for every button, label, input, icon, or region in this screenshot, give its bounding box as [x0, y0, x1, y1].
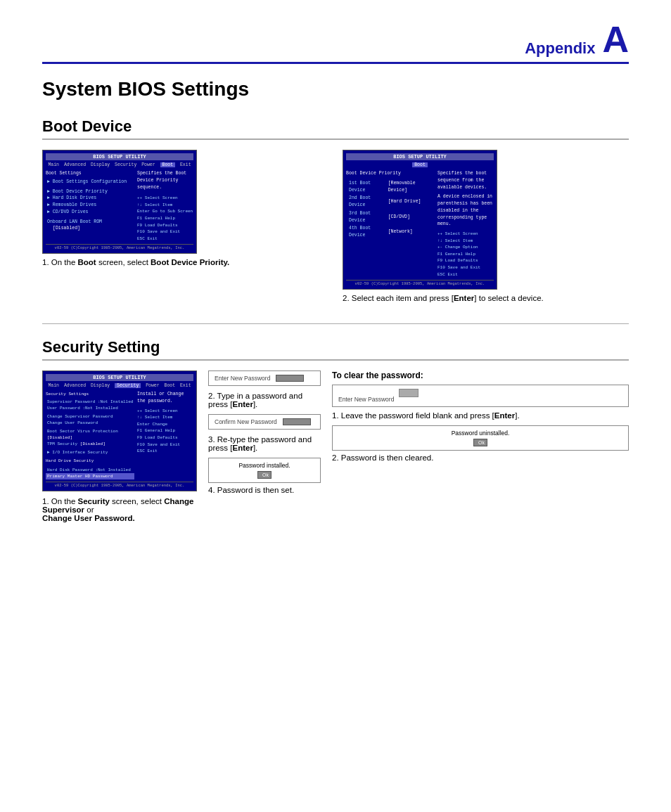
bios-screen-2: BIOS SETUP UTILITY Boot Boot Device Prio…	[343, 150, 497, 290]
bios-item-cddvd: CD/DVD Drives	[46, 209, 134, 216]
pwd-field-confirm[interactable]	[283, 418, 311, 425]
bios-keys-1: ++ Select Screen ↑↓ Select Item Enter Go…	[137, 195, 193, 242]
nav-sec-exit: Exit	[180, 383, 191, 388]
boot-row-2: 2nd Boot Device[Hard Drive]	[347, 195, 433, 209]
nav-sec-power: Power	[146, 383, 160, 388]
page-title: System BIOS Settings	[42, 78, 629, 101]
appendix-letter: A	[602, 21, 629, 58]
clear-step1-text: 1. Leave the password field blank and pr…	[332, 411, 629, 420]
caption-2: 2. Select each item and press [Enter] to…	[343, 294, 629, 302]
tpm-security: TPM Security [Disabled]	[46, 441, 134, 447]
bios-nav-security: Main Advanced Display Security Power Boo…	[46, 382, 193, 389]
bios-footer-security: v02-59 (C)Copyright 1985-2005, American …	[46, 482, 193, 488]
change-user: Change User Password	[46, 420, 134, 426]
clear-pwd-field[interactable]	[399, 389, 418, 397]
nav-boot-2-active: Boot	[412, 162, 428, 167]
boot-virus: Boot Sector Virus Protection [Disabled]	[46, 428, 134, 441]
step2-text: 2. Type in a password and press [Enter].	[208, 392, 321, 408]
page-container: Appendix A System BIOS Settings Boot Dev…	[0, 0, 671, 565]
primary-master: Primary Master HD Password	[46, 473, 134, 479]
nav-sec-security: Security	[115, 383, 141, 388]
security-title: Security Setting	[42, 338, 629, 361]
security-header: Security Settings	[46, 391, 134, 397]
bios-left-security: Security Settings Supervisor Password :N…	[46, 391, 134, 479]
bios-right-2: Specifies the boot sequence from the ava…	[437, 170, 494, 278]
nav-advanced: Advanced	[64, 162, 86, 167]
boot-device-title: Boot Device	[42, 117, 629, 140]
clear-title: To clear the password:	[332, 370, 629, 380]
bios-footer-1: v02-59 (C)Copyright 1985-2005, American …	[46, 244, 193, 250]
nav-sec-main: Main	[48, 383, 59, 388]
bios-keys-security: ++ Select Screen ↑↓ Select Item Enter Ch…	[137, 408, 193, 455]
boot-priority-table: 1st Boot Device[Removable Device] 2nd Bo…	[346, 179, 435, 240]
nav-sec-advanced: Advanced	[64, 383, 86, 388]
bios-item-boot-config: Boot Settings Configuration	[46, 179, 134, 186]
boot-row-4: 4th Boot Device[Network]	[347, 225, 433, 239]
bios-right-1: Specifies the Boot Device Priority seque…	[137, 170, 193, 242]
step4-text: 4. Password is then set.	[208, 486, 321, 494]
hdd-security-header: Hard Drive Security	[46, 458, 134, 464]
pwd-uninstalled-dialog: Password uninstalled. Ok	[332, 425, 629, 451]
bios-nav-2: Boot	[346, 162, 494, 168]
boot-screenshots-row: BIOS SETUP UTILITY Main Advanced Display…	[42, 150, 629, 302]
bios-title-security: BIOS SETUP UTILITY	[46, 374, 193, 381]
page-header: Appendix A	[42, 21, 629, 64]
user-pwd: User Password :Not Installed	[46, 405, 134, 411]
clear-pwd-label: Enter New Password	[338, 396, 394, 403]
security-bios-block: BIOS SETUP UTILITY Main Advanced Display…	[42, 370, 197, 522]
appendix-label: Appendix	[525, 39, 595, 58]
step3-text: 3. Re-type the password and press [Enter…	[208, 435, 321, 452]
bios-item-hdd: Hard Disk Drives	[46, 195, 134, 202]
bios-nav-1: Main Advanced Display Security Power Boo…	[46, 162, 193, 168]
bios-title-2: BIOS SETUP UTILITY	[346, 153, 494, 160]
io-interface: I/O Interface Security	[46, 449, 134, 456]
clear-step2-text: 2. Password is then cleared.	[332, 453, 629, 462]
bios-header-row-2: Boot Device Priority	[346, 170, 435, 177]
security-section: Security Setting BIOS SETUP UTILITY Main…	[42, 338, 629, 522]
nav-sec-display: Display	[91, 383, 110, 388]
bios-content-security: Security Settings Supervisor Password :N…	[46, 391, 193, 479]
nav-boot-active: Boot	[160, 162, 176, 167]
nav-main: Main	[48, 162, 59, 167]
nav-exit: Exit	[180, 162, 191, 167]
caption-1: 1. On the Boot screen, select Boot Devic…	[42, 258, 328, 266]
hdd-password: Hard Disk Password :Not Installed	[46, 467, 134, 473]
bios-item-lan: Onboard LAN Boot ROM [Disabled]	[46, 219, 134, 233]
bios-screen-1-block: BIOS SETUP UTILITY Main Advanced Display…	[42, 150, 328, 302]
change-supervisor: Change Supervisor Password	[46, 413, 134, 420]
bios-item-boot-priority: Boot Device Priority	[46, 188, 134, 195]
supervisor-pwd: Supervisor Password :Not Installed	[46, 399, 134, 405]
bios-header-row-1: Boot Settings	[46, 170, 134, 177]
confirm-pwd-label: Confirm New Password	[215, 418, 277, 425]
nav-sec-boot: Boot	[165, 383, 176, 388]
ok-button[interactable]: Ok	[257, 471, 271, 479]
nav-security: Security	[115, 162, 136, 167]
boot-row-1: 1st Boot Device[Removable Device]	[347, 180, 433, 194]
bios-title-1: BIOS SETUP UTILITY	[46, 153, 193, 160]
bios-left-2: Boot Device Priority 1st Boot Device[Rem…	[346, 170, 435, 278]
bios-right-security: Install or Change the password. ++ Selec…	[137, 391, 193, 479]
bios-item-removable: Removable Drives	[46, 202, 134, 209]
pwd-uninstalled-text: Password uninstalled.	[338, 430, 622, 437]
enter-pwd-dialog: Enter New Password	[208, 370, 321, 386]
confirm-pwd-dialog: Confirm New Password	[208, 414, 321, 430]
enter-pwd-label: Enter New Password	[215, 375, 270, 382]
bios-left-1: Boot Settings Boot Settings Configuratio…	[46, 170, 134, 242]
pwd-installed-dialog: Password installed. Ok	[208, 458, 321, 483]
bios-keys-2: ++ Select Screen ↑↓ Select Item +- Chang…	[437, 231, 494, 278]
pwd-installed-text: Password installed.	[215, 462, 314, 469]
nav-power: Power	[141, 162, 155, 167]
security-right-block: To clear the password: Enter New Passwor…	[332, 370, 629, 468]
bios-screen-1: BIOS SETUP UTILITY Main Advanced Display…	[42, 150, 197, 254]
section-divider	[42, 323, 629, 324]
security-caption: 1. On the Security screen, select Change…	[42, 497, 197, 522]
boot-device-section: Boot Device BIOS SETUP UTILITY Main Adva…	[42, 117, 629, 302]
ok-clear-button[interactable]: Ok	[473, 439, 487, 446]
bios-screen-2-block: BIOS SETUP UTILITY Boot Boot Device Prio…	[343, 150, 629, 302]
bios-screen-security: BIOS SETUP UTILITY Main Advanced Display…	[42, 370, 197, 491]
pwd-field-enter[interactable]	[276, 375, 304, 382]
bios-content-2: Boot Device Priority 1st Boot Device[Rem…	[346, 170, 494, 278]
security-middle-block: Enter New Password 2. Type in a password…	[208, 370, 321, 500]
boot-row-3: 3rd Boot Device[CD/DVD]	[347, 210, 433, 224]
clear-pwd-dialog: Enter New Password	[332, 385, 629, 407]
